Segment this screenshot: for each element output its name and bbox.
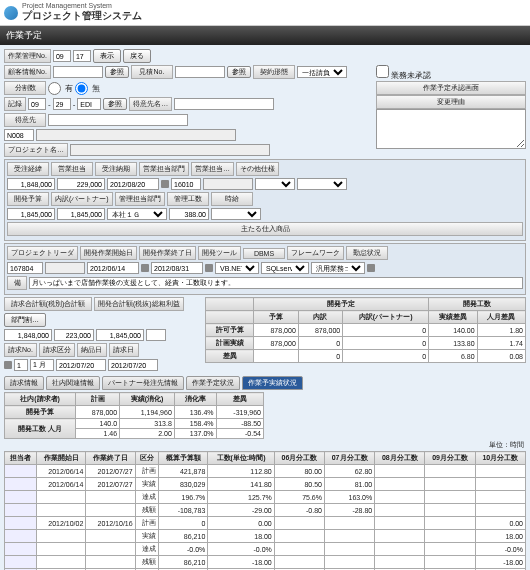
tab-2[interactable]: 社内関連情報 xyxy=(46,376,100,390)
main-form: 作業管理No. 表示 戻る 顧客情報No. 参照 見積No. 参照 契約形態 一… xyxy=(0,45,530,570)
l-fw: フレームワーク xyxy=(287,246,344,260)
table-row: 2012/10/022012/10/16計画00.000.00 xyxy=(5,517,526,530)
detail-table: 担当者 作業開始日 作業終了日 区分 概算予算額 工数(単位:時間) 06月分工… xyxy=(4,451,526,570)
workmgr-2[interactable] xyxy=(73,50,91,62)
estno-input[interactable] xyxy=(175,66,225,78)
jikyu[interactable] xyxy=(211,208,261,220)
fw[interactable]: 汎用業務コア xyxy=(311,262,365,274)
leader[interactable] xyxy=(7,262,43,274)
sbi[interactable] xyxy=(30,359,54,371)
back-button[interactable]: 戻る xyxy=(123,49,151,63)
l-devend: 開発作業終了日 xyxy=(139,246,196,260)
label-bunkatsu: 分割数 xyxy=(4,81,46,95)
logo-icon xyxy=(4,6,18,20)
l-eigyoso: 営業担当… xyxy=(191,162,234,176)
label-reason: 変更理由 xyxy=(376,95,526,109)
l-uriage: 受注経緯 xyxy=(7,162,49,176)
sonota[interactable] xyxy=(297,178,347,190)
noki2[interactable] xyxy=(56,359,106,371)
sbi2[interactable] xyxy=(108,359,158,371)
rcv[interactable] xyxy=(7,178,55,190)
l-biko: 備 xyxy=(7,276,27,290)
dbms[interactable]: SQLserver xyxy=(261,262,309,274)
custname-input[interactable] xyxy=(48,114,188,126)
label-no: 記録 xyxy=(4,97,26,111)
l-kantan: 管理担当部門 xyxy=(115,192,165,206)
l-sonota: その他仕様 xyxy=(236,162,279,176)
unapproved-label: 業務未承認 xyxy=(391,71,431,80)
g4 xyxy=(146,329,166,341)
table-row: 残額-108,783-29.00-0.80-28.80 xyxy=(5,504,526,517)
job2[interactable] xyxy=(53,98,71,110)
cal3-icon[interactable] xyxy=(205,264,213,272)
app-header: Project Management System プロジェクト管理システム xyxy=(0,0,530,26)
kyo[interactable] xyxy=(7,208,55,220)
workmgr-1[interactable] xyxy=(53,50,71,62)
unapproved-check[interactable] xyxy=(376,65,389,78)
job1[interactable] xyxy=(28,98,46,110)
label-keiyaku: 契約形態 xyxy=(253,65,295,79)
keiyaku-select[interactable]: 一括請負 xyxy=(297,66,347,78)
dstart[interactable] xyxy=(87,262,139,274)
custfull xyxy=(36,129,236,141)
g1 xyxy=(4,329,52,341)
header-en: Project Management System xyxy=(22,2,142,9)
custshort-input[interactable] xyxy=(174,98,274,110)
custno-ref[interactable]: 参照 xyxy=(105,66,129,78)
has-radio[interactable] xyxy=(48,82,61,95)
dtool[interactable]: VB.NET xyxy=(215,262,259,274)
table-row: 2012/06/142012/07/27計画421,878112.8080.00… xyxy=(5,465,526,478)
l-devstart: 開発作業開始日 xyxy=(80,246,137,260)
none-radio[interactable] xyxy=(75,82,88,95)
kantan[interactable]: 本社１Ｇ xyxy=(107,208,167,220)
sales-group: 受注経緯 営業担当 受注納期 営業担当部門 営業担当… その他仕様 開発予算 内… xyxy=(4,159,526,241)
leadern xyxy=(45,262,85,274)
header-jp: プロジェクト管理システム xyxy=(22,9,142,23)
g2 xyxy=(54,329,94,341)
kankou[interactable] xyxy=(169,208,209,220)
l-seikyu: 請求合計額(税別)合計額 xyxy=(4,297,92,311)
table-row: 達成196.7%125.7%75.6%163.0% xyxy=(5,491,526,504)
job3[interactable] xyxy=(77,98,101,110)
cal2-icon[interactable] xyxy=(141,264,149,272)
title-bar: 作業予定 xyxy=(0,26,530,45)
show-button[interactable]: 表示 xyxy=(93,49,121,63)
tab-1[interactable]: 請求情報 xyxy=(4,376,44,390)
l-leader: プロジェクトリーダ xyxy=(7,246,78,260)
ebu[interactable] xyxy=(171,178,201,190)
l-dbms: DBMS xyxy=(243,248,285,259)
l-devtool: 開発ツール xyxy=(198,246,241,260)
dend[interactable] xyxy=(151,262,203,274)
job-ref[interactable]: 参照 xyxy=(103,98,127,110)
chevron-left-icon[interactable] xyxy=(4,361,12,369)
unit-label: 単位：時間 xyxy=(4,439,526,451)
ebu2 xyxy=(203,178,253,190)
label-custname: 得意先 xyxy=(4,113,46,127)
label-jobname: プロジェクト名… xyxy=(4,143,68,157)
eso[interactable] xyxy=(255,178,295,190)
part-button[interactable]: 部門割… xyxy=(4,313,46,327)
label-workmgr: 作業管理No. xyxy=(4,49,51,63)
l-jikyu: 時給 xyxy=(211,192,253,206)
estno-ref[interactable]: 参照 xyxy=(227,66,251,78)
custno-input[interactable] xyxy=(53,66,103,78)
table-row: 実績86,21018.0018.00 xyxy=(5,530,526,543)
l-kankou: 管理工数 xyxy=(167,192,209,206)
biko[interactable] xyxy=(29,277,523,289)
sno[interactable] xyxy=(14,359,28,371)
reason-text[interactable] xyxy=(376,109,526,149)
kintai-icon[interactable] xyxy=(367,264,375,272)
calendar-icon[interactable] xyxy=(161,180,169,188)
g3 xyxy=(96,329,144,341)
nai[interactable] xyxy=(57,208,105,220)
custcode[interactable] xyxy=(4,129,34,141)
jobname-input xyxy=(70,144,270,156)
l-kintai: 勤怠状況 xyxy=(346,246,388,260)
noki[interactable] xyxy=(107,178,159,190)
etan[interactable] xyxy=(57,178,105,190)
l-naiyaku: 内訳(パートナー) xyxy=(51,192,113,206)
tab-5[interactable]: 作業予実績状況 xyxy=(242,376,303,390)
tab-4[interactable]: 作業予定状況 xyxy=(186,376,240,390)
tab-3[interactable]: パートナー発注先情報 xyxy=(102,376,184,390)
l-sbi: 請求区分 xyxy=(39,343,75,357)
